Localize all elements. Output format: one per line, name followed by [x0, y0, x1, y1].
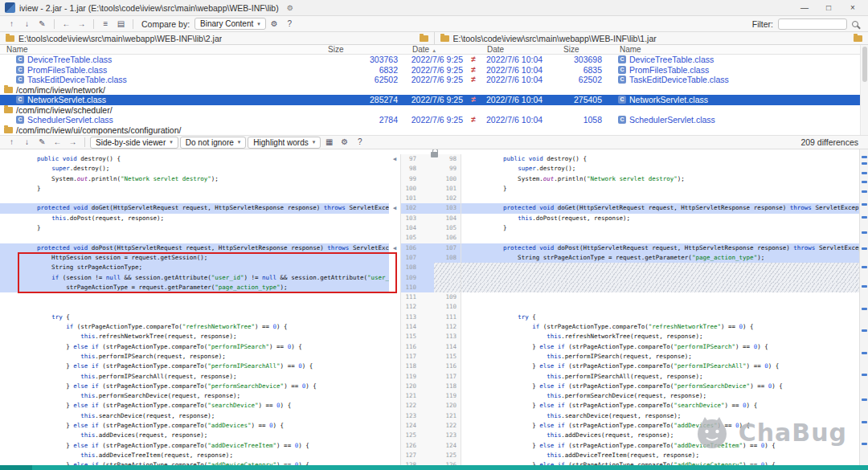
file-row[interactable]: CDeviceTreeTable.class3037632022/7/6 9:2…	[0, 55, 868, 65]
diff-map-mark[interactable]	[862, 216, 867, 219]
viewer-mode-select[interactable]: Side-by-side viewer ▾	[90, 137, 178, 149]
minimize-button[interactable]: —	[792, 1, 817, 15]
code-line-left[interactable]	[0, 233, 389, 243]
help-icon[interactable]: ?	[283, 18, 297, 31]
code-line-right[interactable]: this.performIPSearchAll(request, respons…	[461, 372, 859, 382]
code-line-right[interactable]: String strPageActionType = request.getPa…	[461, 253, 859, 263]
apply-change-icon[interactable]: ◀	[393, 245, 396, 251]
code-line-left[interactable]: }	[0, 184, 389, 194]
column-header-date[interactable]: Date▲	[406, 45, 466, 54]
column-header-name-right[interactable]: Name	[613, 45, 868, 54]
apply-change-icon[interactable]: ◀	[393, 156, 396, 162]
diff-map-mark[interactable]	[862, 443, 867, 445]
code-line-right[interactable]: } else if (strPageActionType.compareTo("…	[461, 441, 859, 451]
code-line-right[interactable]: if (strPageActionType.compareTo("refresh…	[461, 322, 859, 332]
scrollbar-thumb[interactable]	[862, 47, 867, 82]
next-change-button[interactable]: ↓	[20, 136, 34, 149]
code-line-left[interactable]: public void destroy() {	[0, 154, 389, 164]
code-line-right[interactable]: } else if (strPageActionType.compareTo("…	[461, 401, 859, 411]
diff-map-mark[interactable]	[862, 329, 867, 332]
diff-map-mark[interactable]	[862, 231, 867, 234]
code-line-left[interactable]: this.doPost(request, response);	[0, 214, 389, 223]
code-line-left[interactable]: this.addDeviceTreeItem(request, response…	[0, 451, 389, 460]
folder-row[interactable]: /com/imc/iview/ui/components/configurati…	[0, 125, 868, 136]
column-header-size[interactable]: Size	[321, 45, 406, 54]
code-line-left[interactable]: if (strPageActionType.compareTo("refresh…	[0, 322, 389, 332]
apply-right-button[interactable]: →	[75, 18, 88, 31]
maximize-button[interactable]: □	[817, 1, 841, 15]
code-line-left[interactable]: System.out.println("Network servlet dest…	[0, 174, 389, 184]
code-line-right[interactable]	[461, 292, 859, 302]
code-line-left[interactable]: protected void doGet(HttpServletRequest …	[0, 203, 389, 213]
code-line-right[interactable]: this.addDeviceTreeItem(request, response…	[461, 451, 859, 460]
code-line-right[interactable]: this.performIPSearch(request, response);	[461, 352, 859, 362]
diff-map-mark[interactable]	[862, 247, 867, 250]
settings-gear-icon[interactable]: ⚙	[268, 18, 281, 31]
column-header-name[interactable]: Name	[0, 45, 321, 54]
code-line-right[interactable]: try {	[461, 313, 859, 322]
apply-change-icon[interactable]: ◀	[393, 205, 396, 211]
folder-row[interactable]: /com/imc/iview/scheduler/	[0, 105, 868, 116]
close-button[interactable]: ×	[841, 1, 865, 15]
previous-difference-button[interactable]: ↑	[5, 18, 18, 31]
edit-icon[interactable]: ✎	[35, 136, 49, 149]
code-line-right[interactable]: } else if (strPageActionType.compareTo("…	[461, 342, 859, 352]
code-line-left[interactable]: if (session != null && session.getAttrib…	[0, 273, 389, 283]
title-gear-icon[interactable]: ⚙	[287, 4, 293, 12]
code-line-left[interactable]: this.refreshNetworkTree(request, respons…	[0, 332, 389, 341]
lock-icon[interactable]	[431, 152, 438, 157]
code-line-left[interactable]: String strPageActionType;	[0, 263, 389, 272]
diff-map-mark[interactable]	[862, 308, 867, 310]
browse-folder-icon[interactable]	[420, 35, 428, 42]
grid-view-icon[interactable]: ▦	[322, 136, 336, 149]
highlight-policy-select[interactable]: Highlight words ▾	[248, 137, 321, 149]
code-line-right[interactable]: this.refreshNetworkTree(request, respons…	[461, 332, 859, 341]
code-line-left[interactable]	[0, 302, 389, 312]
code-line-left[interactable]: try {	[0, 313, 389, 322]
code-line-left[interactable]: HttpSession session = request.getSession…	[0, 253, 389, 263]
code-line-right[interactable]	[461, 233, 859, 243]
code-line-left[interactable]: } else if (strPageActionType.compareTo("…	[0, 401, 389, 411]
file-row[interactable]: CPromFilesTable.class68322022/7/6 9:25≠2…	[0, 65, 868, 76]
code-line-left[interactable]: } else if (strPageActionType.compareTo("…	[0, 342, 389, 352]
code-line-left[interactable]: } else if (strPageActionType.compareTo("…	[0, 362, 389, 371]
code-line-left[interactable]	[0, 194, 389, 203]
help-icon[interactable]: ?	[353, 136, 366, 149]
code-line-right[interactable]: } else if (strPageActionType.compareTo("…	[461, 362, 859, 371]
diff-map-mark[interactable]	[862, 156, 867, 158]
code-line-left[interactable]: this.performIPSearchAll(request, respons…	[0, 372, 389, 382]
code-line-right[interactable]	[461, 263, 859, 272]
diff-map-mark[interactable]	[862, 266, 867, 268]
code-line-right[interactable]: } else if (strPageActionType.compareTo("…	[461, 421, 859, 431]
code-line-right[interactable]: super.destroy();	[461, 164, 859, 174]
panels-view-icon[interactable]: ▤	[114, 18, 128, 31]
diff-map-mark[interactable]	[862, 190, 867, 193]
table-scrollbar[interactable]	[860, 45, 868, 135]
code-line-right[interactable]: }	[461, 184, 859, 194]
browse-folder-icon[interactable]	[854, 35, 862, 42]
diff-map-mark[interactable]	[862, 172, 867, 174]
column-header-size-right[interactable]: Size	[557, 45, 613, 54]
code-line-left[interactable]: } else if (strPageActionType.compareTo("…	[0, 421, 389, 431]
diff-map-mark[interactable]	[862, 374, 867, 376]
code-line-right[interactable]: public void destroy() {	[461, 154, 859, 164]
code-line-right[interactable]	[461, 273, 859, 283]
code-line-left[interactable]: } else if (strPageActionType.compareTo("…	[0, 382, 389, 391]
edit-icon[interactable]: ✎	[35, 18, 49, 31]
diff-map-mark[interactable]	[862, 398, 867, 401]
code-line-left[interactable]: this.performIPSearch(request, response);	[0, 352, 389, 362]
apply-left-button[interactable]: ←	[51, 136, 64, 149]
code-line-right[interactable]: this.addDevices(request, response);	[461, 431, 859, 440]
code-line-right[interactable]: this.doPost(request, response);	[461, 214, 859, 223]
code-line-left[interactable]: protected void doPost(HttpServletRequest…	[0, 243, 389, 253]
code-line-right[interactable]	[461, 194, 859, 203]
diff-map-mark[interactable]	[862, 421, 867, 423]
diff-map-mark[interactable]	[862, 285, 867, 288]
folder-row[interactable]: /com/imc/iview/network/	[0, 85, 868, 96]
file-row[interactable]: CNetworkServlet.class2852742022/7/6 9:25…	[0, 95, 868, 105]
diff-map-mark[interactable]	[862, 162, 867, 165]
code-line-right[interactable]	[461, 283, 859, 292]
code-line-left[interactable]: this.addDevices(request, response);	[0, 431, 389, 440]
next-difference-button[interactable]: ↓	[20, 18, 34, 31]
apply-left-button[interactable]: ←	[59, 18, 73, 31]
